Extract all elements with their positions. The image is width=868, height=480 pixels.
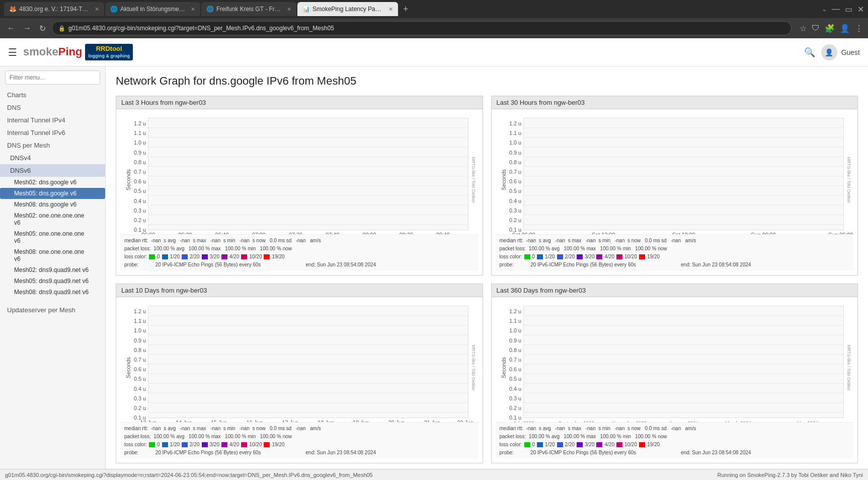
svg-text:1.0 u: 1.0 u	[134, 140, 146, 146]
median-rtt-360d: median rtt: -nan s avg -nan s max -nan s…	[500, 425, 696, 433]
chart-panel-10d: Last 10 Days from ngw-ber03 1.2 u 1.1 u …	[116, 284, 483, 463]
tab-4-favicon: 📊	[302, 6, 309, 13]
more-options-icon[interactable]: ⋮	[855, 24, 863, 33]
svg-text:0.2 u: 0.2 u	[509, 405, 521, 411]
chart-grid: Last 3 Hours from ngw-ber03 1.2 u 1.1 u …	[116, 96, 858, 463]
sidebar-leaf-mesh05-google-v6[interactable]: Mesh05: dns.google v6	[0, 188, 105, 199]
reload-button[interactable]: ↻	[37, 22, 48, 35]
sidebar-leaf-mesh05-quad9-v6[interactable]: Mesh05: dns9.quad9.net v6	[0, 276, 105, 287]
sidebar-item-dns[interactable]: DNS	[0, 101, 105, 114]
loss-label-10: 10/20	[249, 253, 262, 261]
svg-text:1.2 u: 1.2 u	[134, 308, 146, 314]
svg-text:Seconds: Seconds	[500, 357, 506, 378]
chart-3h-area: 1.2 u 1.1 u 1.0 u 0.9 u 0.8 u 0.7 u 0.6 …	[116, 109, 483, 275]
app-logo: smokePing RRDtool logging & graphing	[23, 44, 133, 60]
svg-text:1.2 u: 1.2 u	[509, 308, 521, 314]
svg-text:22 Jun: 22 Jun	[457, 420, 474, 422]
menu-toggle-button[interactable]: ☰	[8, 46, 17, 58]
rrdtool-badge: RRDtool logging & graphing	[85, 44, 133, 60]
tab-3[interactable]: 🌐 Freifunk Kreis GT - Freifunk Kre... ✕	[201, 2, 296, 16]
tab-1[interactable]: 🦊 4830.org e. V.: 17194-Tressow-3fb2 ✕	[4, 2, 104, 16]
tab-4-close[interactable]: ✕	[388, 6, 393, 13]
packet-loss-360d: packet loss: 100.00 % avg 100.00 % max 1…	[500, 433, 667, 441]
svg-text:0.3 u: 0.3 u	[134, 208, 146, 214]
svg-text:0.2 u: 0.2 u	[134, 217, 146, 223]
svg-text:May 2024: May 2024	[797, 420, 818, 422]
svg-text:November 2023: November 2023	[612, 420, 646, 422]
new-tab-button[interactable]: +	[399, 4, 413, 15]
sidebar-item-dnsv4[interactable]: DNSv4	[0, 152, 105, 164]
svg-text:1.1 u: 1.1 u	[134, 130, 146, 136]
sidebar-leaf-mesh02-google-v6[interactable]: Mesh02: dns.google v6	[0, 177, 105, 188]
sidebar-item-internal-tunnel-ipv4[interactable]: Internal Tunnel IPv4	[0, 114, 105, 126]
svg-text:Seconds: Seconds	[500, 169, 506, 190]
search-icon[interactable]: 🔍	[804, 47, 815, 58]
svg-text:0.7 u: 0.7 u	[134, 357, 146, 363]
loss-swatch-19	[264, 254, 270, 259]
sidebar-leaf-mesh08-google-v6[interactable]: Mesh08: dns.google v6	[0, 199, 105, 210]
shield-icon[interactable]: 🛡	[812, 24, 820, 33]
bookmark-icon[interactable]: ☆	[800, 24, 807, 33]
svg-text:Sun 00:00: Sun 00:00	[751, 232, 775, 234]
svg-text:0.4 u: 0.4 u	[134, 198, 146, 204]
sidebar-item-dns-per-mesh[interactable]: DNS per Mesh	[0, 139, 105, 152]
svg-text:08:40: 08:40	[436, 232, 450, 234]
sidebar-leaf-mesh08-quad9-v6[interactable]: Mesh08: dns9.quad9.net v6	[0, 287, 105, 298]
svg-text:0.9 u: 0.9 u	[134, 337, 146, 344]
svg-text:21 Jun: 21 Jun	[424, 420, 440, 422]
sidebar-leaf-mesh02-quad9-v6[interactable]: Mesh02: dns9.quad9.net v6	[0, 264, 105, 276]
tab-1-label: 4830.org e. V.: 17194-Tressow-3fb2	[19, 6, 90, 13]
median-rtt-30h: median rtt: -nan s avg -nan s max -nan s…	[500, 237, 696, 245]
loss-swatch-30h-2	[557, 254, 563, 259]
tab-2-close[interactable]: ✕	[191, 6, 195, 13]
svg-text:13 Jun: 13 Jun	[140, 420, 156, 422]
filter-menu-input[interactable]	[5, 71, 100, 85]
chart-10d-area: 1.2 u 1.1 u 1.0 u 0.9 u 0.8 u 0.7 u 0.6 …	[116, 297, 483, 463]
tab-4[interactable]: 📊 SmokePing Latency Page for Netw... ✕	[297, 2, 398, 16]
svg-text:0.6 u: 0.6 u	[134, 366, 146, 372]
extension-icon[interactable]: 🧩	[825, 24, 835, 33]
sidebar-item-charts[interactable]: Charts	[0, 89, 105, 101]
sidebar-leaf-mesh02-one-v6[interactable]: Mesh02: one.one.one.one v6	[0, 210, 105, 228]
tab-1-close[interactable]: ✕	[95, 6, 99, 13]
sidebar-leaf-mesh05-one-v6[interactable]: Mesh05: one.one.one.one v6	[0, 228, 105, 246]
chart-10d-graph: 1.2 u 1.1 u 1.0 u 0.9 u 0.8 u 0.7 u 0.6 …	[120, 301, 479, 422]
loss-label-1: 1/20	[170, 253, 180, 261]
svg-text:0.8 u: 0.8 u	[509, 347, 521, 353]
app-header: ☰ smokePing RRDtool logging & graphing 🔍…	[0, 38, 868, 66]
svg-text:0.8 u: 0.8 u	[134, 347, 146, 353]
profile-icon[interactable]: 👤	[840, 24, 850, 33]
maximize-button[interactable]: ▭	[845, 5, 852, 14]
svg-text:1.1 u: 1.1 u	[134, 318, 146, 324]
sidebar-item-internal-tunnel-ipv6[interactable]: Internal Tunnel IPv6	[0, 126, 105, 139]
svg-text:19 Jun: 19 Jun	[353, 420, 369, 422]
svg-text:0.9 u: 0.9 u	[134, 150, 146, 156]
chart-3h-meta: median rtt: -nan s avg -nan s max -nan s…	[120, 234, 479, 271]
sidebar-leaf-mesh08-one-v6[interactable]: Mesh08: one.one.one.one v6	[0, 246, 105, 264]
median-rtt-label: median rtt: -nan s avg -nan s max -nan s…	[124, 237, 321, 245]
minimize-button[interactable]: —	[832, 5, 840, 14]
forward-button[interactable]: →	[21, 22, 33, 35]
sidebar-item-dnsv6[interactable]: DNSv6	[0, 164, 105, 177]
sidebar-item-updateserver[interactable]: Updateserver per Mesh	[0, 304, 105, 316]
svg-text:0.3 u: 0.3 u	[509, 395, 521, 401]
chart-30h-area: 1.2 u 1.1 u 1.0 u 0.9 u 0.8 u 0.7 u 0.6 …	[492, 109, 858, 275]
svg-text:1.1 u: 1.1 u	[509, 318, 521, 324]
tab-3-close[interactable]: ✕	[287, 6, 291, 13]
loss-swatch-4	[221, 254, 227, 259]
packet-loss-30h: packet loss: 100.00 % avg 100.00 % max 1…	[500, 245, 667, 253]
svg-text:0.7 u: 0.7 u	[509, 169, 521, 175]
user-menu[interactable]: 👤 Guest	[821, 44, 860, 60]
svg-text:0.6 u: 0.6 u	[509, 178, 521, 184]
svg-text:08:00: 08:00	[362, 232, 376, 234]
back-button[interactable]: ←	[5, 22, 17, 35]
url-bar[interactable]: 🔒 g01m05.4830.org/cgi-bin/smokeping.cgi?…	[52, 21, 792, 35]
tab-overflow-button[interactable]: ⌄	[822, 6, 827, 13]
svg-text:0.7 u: 0.7 u	[509, 357, 521, 363]
tab-2[interactable]: 🌐 Aktuell in Störungsmeldungen ✕	[105, 2, 200, 16]
close-window-button[interactable]: ✕	[857, 5, 864, 14]
loss-swatch-10d-3	[202, 442, 208, 447]
svg-text:06:20: 06:20	[178, 232, 192, 234]
svg-rect-115	[523, 306, 843, 418]
loss-label-2: 2/20	[190, 253, 199, 261]
